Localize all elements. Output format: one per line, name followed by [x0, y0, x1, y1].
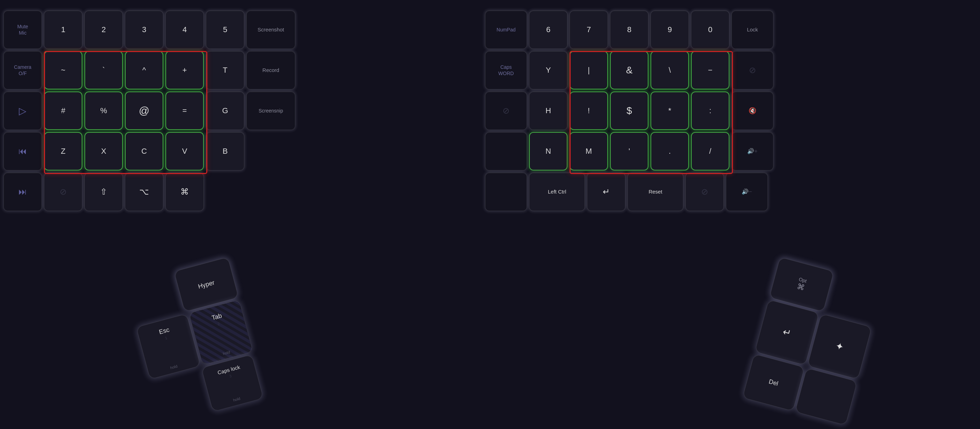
key-left-ctrl[interactable]: Left Ctrl [529, 172, 585, 211]
right-row-3: N M ' . / 🔊+ [485, 132, 773, 171]
key-null2[interactable]: ⊘ [732, 51, 773, 89]
left-thumb-cluster: Hyper Esc 1 hold Tab 2 hold Caps lock 3 … [125, 257, 266, 426]
right-thumb-cluster: Opt ⌘ ↵ ✦ Del [742, 257, 883, 426]
key-2[interactable]: 2 [84, 11, 123, 49]
key-hash[interactable]: # [44, 91, 83, 130]
key-empty2[interactable] [485, 172, 527, 211]
key-equals[interactable]: = [165, 91, 204, 130]
key-alt[interactable]: ⌥ [125, 172, 163, 211]
key-0[interactable]: 0 [691, 11, 729, 49]
key-5[interactable]: 5 [206, 11, 244, 49]
key-h[interactable]: H [529, 91, 568, 130]
key-pipe[interactable]: | [570, 51, 608, 89]
key-screensnip[interactable]: Screensnip [247, 91, 295, 130]
key-4[interactable]: 4 [165, 11, 204, 49]
right-row-0: NumPad 6 7 8 9 0 Lock [485, 11, 773, 49]
key-cmd[interactable]: ⌘ [165, 172, 204, 211]
key-play[interactable]: ▷ [3, 91, 42, 130]
key-mute-vol[interactable]: 🔇 [732, 91, 773, 130]
key-x[interactable]: X [84, 132, 123, 171]
key-c[interactable]: C [125, 132, 163, 171]
key-apostrophe[interactable]: ' [610, 132, 648, 171]
key-m[interactable]: M [570, 132, 608, 171]
key-mute-mic[interactable]: MuteMic [3, 11, 42, 49]
key-plus[interactable]: + [165, 51, 204, 89]
key-1[interactable]: 1 [44, 11, 83, 49]
key-shift[interactable]: ⇧ [84, 172, 123, 211]
key-lock[interactable]: Lock [732, 11, 773, 49]
key-tilde[interactable]: ~ [44, 51, 83, 89]
key-camera[interactable]: CameraO/F [3, 51, 42, 89]
key-capsword[interactable]: CapsWORD [485, 51, 527, 89]
left-half: MuteMic 1 2 3 4 5 Screenshot CameraO/F ~… [3, 11, 295, 213]
key-z[interactable]: Z [44, 132, 83, 171]
key-percent[interactable]: % [84, 91, 123, 130]
key-null1[interactable]: ⊘ [44, 172, 83, 211]
key-special[interactable]: ✦ [807, 314, 872, 380]
key-enter[interactable]: ↵ [587, 172, 625, 211]
key-backslash[interactable]: \ [651, 51, 689, 89]
key-tab[interactable]: Tab 2 hold [189, 300, 253, 365]
key-amp[interactable]: & [610, 51, 648, 89]
key-y[interactable]: Y [529, 51, 568, 89]
key-b[interactable]: B [206, 132, 244, 171]
key-screenshot[interactable]: Screenshot [247, 11, 295, 49]
right-row-4: Left Ctrl ↵ Reset ⊘ 🔊− [485, 172, 773, 211]
left-row-0: MuteMic 1 2 3 4 5 Screenshot [3, 11, 295, 49]
key-reset[interactable]: Reset [627, 172, 683, 211]
key-3[interactable]: 3 [125, 11, 163, 49]
key-minus[interactable]: − [691, 51, 729, 89]
key-exclaim[interactable]: ! [570, 91, 608, 130]
left-row-4: ⏭ ⊘ ⇧ ⌥ ⌘ [3, 172, 295, 211]
right-half: NumPad 6 7 8 9 0 Lock CapsWORD Y | & \ −… [485, 11, 773, 213]
key-9[interactable]: 9 [651, 11, 689, 49]
key-n[interactable]: N [529, 132, 568, 171]
key-numpad[interactable]: NumPad [485, 11, 527, 49]
key-period[interactable]: . [651, 132, 689, 171]
left-row-3: ⏮ Z X C V B [3, 132, 295, 171]
right-row-2: ⊘ H ! $ * : 🔇 [485, 91, 773, 130]
key-esc[interactable]: Esc 1 hold [136, 314, 200, 380]
key-at[interactable]: @ [125, 91, 163, 130]
key-vol-up[interactable]: 🔊+ [732, 132, 773, 171]
key-enter2[interactable]: ↵ [754, 300, 819, 365]
key-null4[interactable]: ⊘ [686, 172, 724, 211]
key-vol-down[interactable]: 🔊− [726, 172, 768, 211]
key-8[interactable]: 8 [610, 11, 648, 49]
key-7[interactable]: 7 [570, 11, 608, 49]
key-t[interactable]: T [206, 51, 244, 89]
key-empty1[interactable] [485, 132, 527, 171]
key-record[interactable]: Record [247, 51, 295, 89]
left-row-1: CameraO/F ~ ` ^ + T Record [3, 51, 295, 89]
key-colon[interactable]: : [691, 91, 729, 130]
key-backtick[interactable]: ` [84, 51, 123, 89]
left-row-2: ▷ # % @ = G Screensnip [3, 91, 295, 130]
key-null3[interactable]: ⊘ [485, 91, 527, 130]
key-dollar[interactable]: $ [610, 91, 648, 130]
right-row-1: CapsWORD Y | & \ − ⊘ [485, 51, 773, 89]
key-slash[interactable]: / [691, 132, 729, 171]
key-prev[interactable]: ⏮ [3, 132, 42, 171]
key-next[interactable]: ⏭ [3, 172, 42, 211]
key-6[interactable]: 6 [529, 11, 568, 49]
key-asterisk[interactable]: * [651, 91, 689, 130]
key-g[interactable]: G [206, 91, 244, 130]
key-v[interactable]: V [165, 132, 204, 171]
key-caret[interactable]: ^ [125, 51, 163, 89]
